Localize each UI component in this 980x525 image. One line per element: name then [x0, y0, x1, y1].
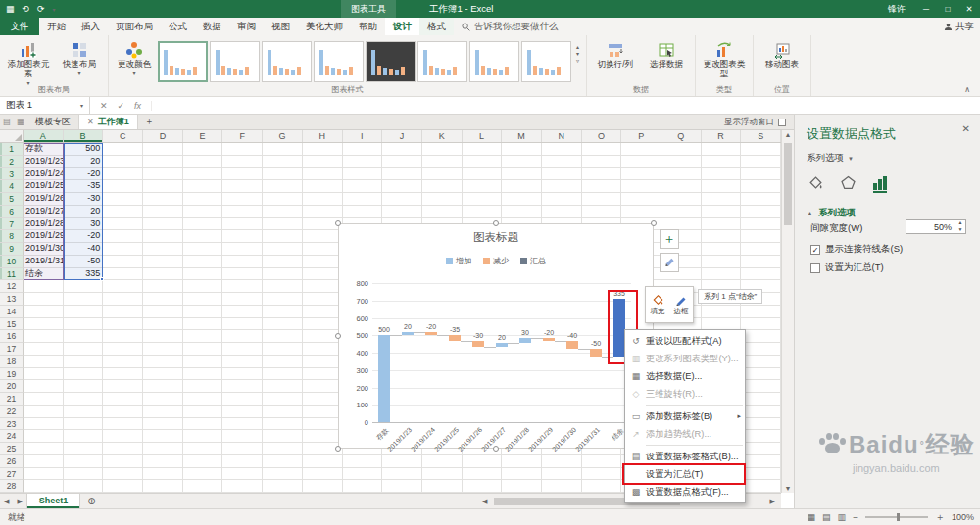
row-header-8[interactable]: 8	[0, 230, 24, 243]
tab-insert[interactable]: 插入	[74, 18, 108, 35]
cell-N27[interactable]	[542, 468, 582, 481]
chart-bar-2019/1/27[interactable]	[496, 343, 508, 347]
cell-D7[interactable]	[143, 218, 183, 231]
zoom-out-icon[interactable]: −	[853, 512, 858, 523]
cell-S19[interactable]	[741, 368, 781, 381]
cell-G23[interactable]	[263, 418, 303, 431]
cell-B22[interactable]	[64, 406, 104, 418]
cell-F9[interactable]	[222, 243, 263, 256]
cell-F27[interactable]	[222, 468, 263, 481]
cell-R3[interactable]	[702, 168, 742, 181]
chart-title[interactable]: 图表标题	[339, 230, 653, 245]
cell-H28[interactable]	[303, 480, 343, 493]
row-header-26[interactable]: 26	[0, 455, 24, 468]
cell-D8[interactable]	[143, 230, 183, 243]
cell-J5[interactable]	[382, 193, 422, 206]
cell-S25[interactable]	[741, 443, 781, 455]
row-header-16[interactable]: 16	[0, 330, 24, 343]
menu-item-1[interactable]: ↺重设以匹配样式(A)	[625, 332, 745, 350]
cell-J27[interactable]	[382, 468, 422, 481]
cell-M3[interactable]	[502, 168, 542, 181]
cell-C14[interactable]	[103, 306, 143, 318]
column-header-G[interactable]: G	[263, 130, 303, 142]
row-header-10[interactable]: 10	[0, 256, 24, 268]
cell-S27[interactable]	[741, 468, 781, 481]
cell-C20[interactable]	[103, 380, 143, 393]
cell-I28[interactable]	[343, 480, 383, 493]
gap-width-spinner[interactable]: ▲▼	[955, 220, 965, 233]
cell-G27[interactable]	[263, 468, 303, 481]
cell-A23[interactable]	[24, 418, 64, 431]
cell-N6[interactable]	[542, 206, 582, 218]
cell-E10[interactable]	[183, 256, 223, 268]
chart-legend[interactable]: 增加减少汇总	[339, 256, 653, 266]
cell-F15[interactable]	[222, 318, 263, 331]
cell-B13[interactable]	[64, 293, 104, 306]
row-header-4[interactable]: 4	[0, 180, 24, 193]
sheet-tab-sheet1[interactable]: Sheet1	[26, 494, 81, 508]
cell-G1[interactable]	[263, 143, 303, 156]
cell-G16[interactable]	[263, 330, 303, 343]
cell-E27[interactable]	[183, 468, 223, 481]
normal-view-icon[interactable]: ▦	[808, 512, 816, 522]
cell-H3[interactable]	[303, 168, 343, 181]
tab-help[interactable]: 帮助	[351, 18, 385, 35]
cell-C7[interactable]	[103, 218, 143, 231]
cell-A8[interactable]: 2019/1/29	[24, 230, 64, 243]
row-header-1[interactable]: 1	[0, 143, 24, 156]
cell-E9[interactable]	[183, 243, 223, 256]
cell-F8[interactable]	[222, 230, 263, 243]
move-chart-button[interactable]: 移动图表	[758, 37, 807, 70]
cell-G10[interactable]	[263, 256, 303, 268]
cell-S22[interactable]	[741, 406, 781, 418]
cell-D27[interactable]	[143, 468, 183, 481]
float-window-option[interactable]: 显示浮动窗口	[724, 117, 794, 128]
cell-C24[interactable]	[103, 430, 143, 443]
column-header-S[interactable]: S	[741, 130, 781, 142]
new-sheet-icon[interactable]: ⊕	[80, 494, 102, 508]
cell-D21[interactable]	[143, 393, 183, 406]
spinner-down-icon[interactable]: ▼	[956, 227, 965, 234]
cell-G3[interactable]	[263, 168, 303, 181]
cell-A20[interactable]	[24, 380, 64, 393]
tab-design[interactable]: 设计	[385, 18, 419, 35]
cell-I3[interactable]	[343, 168, 383, 181]
page-break-view-icon[interactable]: ▥	[838, 512, 847, 522]
cell-L27[interactable]	[463, 468, 503, 481]
cell-H13[interactable]	[303, 293, 343, 306]
cell-N4[interactable]	[542, 180, 582, 193]
cell-Q3[interactable]	[662, 168, 702, 181]
row-header-17[interactable]: 17	[0, 343, 24, 356]
chart-bar-2019/1/26[interactable]	[472, 341, 484, 346]
cell-A4[interactable]: 2019/1/25	[24, 180, 64, 193]
row-header-23[interactable]: 23	[0, 418, 24, 431]
cell-N26[interactable]	[542, 455, 582, 468]
cell-F13[interactable]	[222, 293, 263, 306]
cell-P1[interactable]	[621, 143, 662, 156]
gallery-down-icon[interactable]: ▾	[576, 50, 579, 57]
cell-D17[interactable]	[143, 343, 183, 356]
menu-item-3[interactable]: ▦选择数据(E)...	[625, 367, 745, 385]
row-header-7[interactable]: 7	[0, 218, 24, 231]
cell-A16[interactable]	[24, 330, 64, 343]
cell-Q4[interactable]	[662, 180, 702, 193]
menu-item-8[interactable]: 设置为汇总(T)	[625, 465, 745, 483]
cell-K4[interactable]	[422, 180, 463, 193]
cell-D15[interactable]	[143, 318, 183, 331]
column-header-N[interactable]: N	[542, 130, 582, 142]
cell-H14[interactable]	[303, 306, 343, 318]
cell-A14[interactable]	[24, 306, 64, 318]
cell-B2[interactable]: 20	[64, 156, 104, 168]
column-header-B[interactable]: B	[64, 130, 104, 142]
cell-N28[interactable]	[542, 480, 582, 493]
close-button[interactable]: ✕	[958, 0, 980, 18]
cell-F26[interactable]	[222, 455, 263, 468]
cell-S8[interactable]	[741, 230, 781, 243]
cell-C6[interactable]	[103, 206, 143, 218]
cell-C16[interactable]	[103, 330, 143, 343]
cell-A2[interactable]: 2019/1/23	[24, 156, 64, 168]
cell-H21[interactable]	[303, 393, 343, 406]
cell-J26[interactable]	[382, 455, 422, 468]
cell-J1[interactable]	[382, 143, 422, 156]
tab-home[interactable]: 开始	[39, 18, 74, 35]
